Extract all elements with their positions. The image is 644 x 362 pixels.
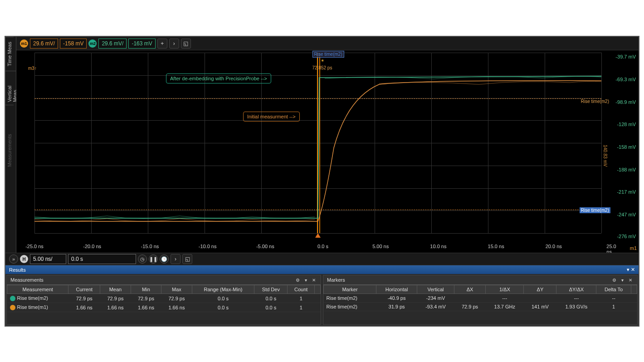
collapse-icon[interactable]: ▾ xyxy=(619,277,625,283)
cursor-tag-lower: Rise time(m2) xyxy=(580,207,610,213)
channel-m1-scale[interactable]: 29.6 mV/ xyxy=(30,39,58,49)
popout-icon[interactable]: ◱ xyxy=(181,39,191,49)
timebase-toolbar: » H 5.00 ns/ 0.0 s ◷ ❚❚ 🕒 › ◱ xyxy=(5,253,639,265)
timebase-h-badge[interactable]: H xyxy=(20,255,28,263)
left-sidebar: Time Meas Vertical Meas Measurements xyxy=(5,37,16,253)
channel-m2-scale[interactable]: 29.6 mV/ xyxy=(98,39,127,49)
channel-m1-offset[interactable]: -158 mV xyxy=(60,39,87,49)
channel-m1-badge[interactable]: m1 xyxy=(20,39,28,48)
markers-panel-title: Markers xyxy=(327,277,345,283)
vertical-scale-readout: 140.83 mV xyxy=(603,145,608,166)
markers-table: Marker Horizontal Vertical ΔX 1/ΔX ΔY ΔY… xyxy=(323,285,637,311)
mode-icon-1[interactable]: ◷ xyxy=(138,254,147,264)
chevron-right-icon-2[interactable]: › xyxy=(171,254,181,264)
timebase-scale[interactable]: 5.00 ns/ xyxy=(30,254,66,264)
results-collapse-icon[interactable]: ▾ ✕ xyxy=(627,267,635,273)
table-row[interactable]: Rise time(m2) -40.9 ps -234 mV --- --- -… xyxy=(324,294,637,303)
add-channel-button[interactable]: + xyxy=(157,39,167,49)
m1-axis-label: m1 xyxy=(630,245,637,251)
gear-icon[interactable]: ⚙ xyxy=(611,277,617,283)
measurements-panel: Measurements ⚙ ▾ ✕ Measurement Current M… xyxy=(6,275,321,325)
trigger-marker-icon xyxy=(315,233,321,238)
annotation-initial-measurement: Initial measurment --> xyxy=(243,112,300,122)
oscilloscope-app: Time Meas Vertical Meas Measurements m1 … xyxy=(5,36,639,327)
y-axis: -39.7 mV -69.3 mV -98.9 mV -128 mV -158 … xyxy=(611,64,639,254)
waveform-traces xyxy=(34,53,601,233)
meas-badge-green-icon xyxy=(10,296,15,301)
table-row[interactable]: Rise time(m2) 31.9 ps -93.4 mV 72.9 ps 1… xyxy=(324,303,637,311)
results-bar[interactable]: Results ▾ ✕ xyxy=(5,265,639,274)
cursor-top-label: Rise time(m2) xyxy=(312,51,344,58)
table-row[interactable]: Rise time(m2) 72.9 ps 72.9 ps 72.9 ps 72… xyxy=(7,294,321,303)
results-label: Results xyxy=(9,267,26,273)
channel-toolbar: m1 29.6 mV/ -158 mV m2 29.6 mV/ -163 mV … xyxy=(16,37,639,50)
close-icon[interactable]: ✕ xyxy=(311,277,317,283)
meas-badge-orange-icon xyxy=(10,305,15,310)
markers-panel: Markers ⚙ ▾ ✕ Marker Horizontal Vertical… xyxy=(323,275,638,325)
plot-grid: After de-embedding with PrecisionProbe -… xyxy=(34,53,601,233)
chevron-right-icon[interactable]: › xyxy=(169,39,179,49)
close-icon[interactable]: ✕ xyxy=(627,277,634,283)
tab-measurements[interactable]: Measurements xyxy=(5,105,14,196)
channel-m2-badge[interactable]: m2 xyxy=(88,39,97,48)
bottom-panels: Measurements ⚙ ▾ ✕ Measurement Current M… xyxy=(5,274,639,326)
expand-left-icon[interactable]: » xyxy=(9,254,18,264)
annotation-after-deembedding: After de-embedding with PrecisionProbe -… xyxy=(166,73,271,83)
cursor-delta-value: 72.852 ps xyxy=(312,65,332,70)
cursor-tag-upper: Rise time(m2) xyxy=(580,98,610,104)
collapse-icon[interactable]: ▾ xyxy=(302,277,309,283)
timebase-delay[interactable]: 0.0 s xyxy=(68,254,136,264)
gear-icon[interactable]: ⚙ xyxy=(294,277,301,283)
clock-icon[interactable]: 🕒 xyxy=(160,254,169,264)
x-axis: -25.0 ns -20.0 ns -15.0 ns -10.0 ns -5.0… xyxy=(34,244,611,251)
measurements-table: Measurement Current Mean Min Max Range (… xyxy=(7,285,321,312)
measurements-panel-title: Measurements xyxy=(10,277,44,283)
cursor-star-icon: ✶ xyxy=(321,58,324,63)
channel-m2-offset[interactable]: -163 mV xyxy=(128,39,155,49)
waveform-display[interactable]: m3↑ xyxy=(16,50,639,253)
table-row[interactable]: Rise time(m1) 1.66 ns 1.66 ns 1.66 ns 1.… xyxy=(7,303,321,312)
tab-time-meas[interactable]: Time Meas xyxy=(5,37,14,71)
popout-icon-2[interactable]: ◱ xyxy=(182,254,192,264)
mode-icon-2[interactable]: ❚❚ xyxy=(149,254,158,264)
